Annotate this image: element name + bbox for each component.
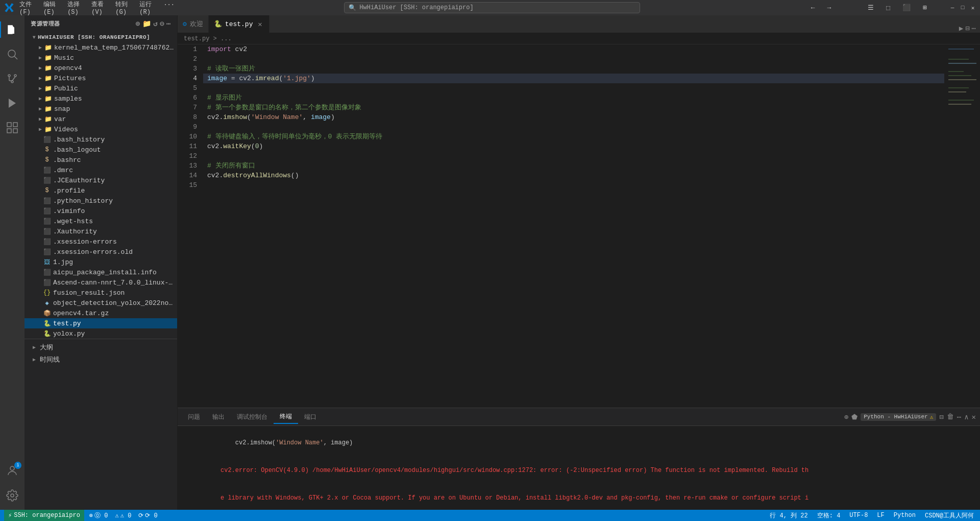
tab-close-button[interactable]: ✕: [256, 20, 264, 28]
maximize-button[interactable]: □: [960, 5, 966, 11]
tree-item-xsession-errors[interactable]: ⬛ .xsession-errors: [24, 236, 177, 247]
status-line-col[interactable]: 行 4, 列 22: [768, 511, 810, 520]
tree-item-aicpu[interactable]: ⬛ aicpu_package_install.info: [24, 267, 177, 277]
menu-select[interactable]: 选择(S): [64, 0, 87, 17]
tree-item-samples[interactable]: ▶ 📁 samples: [24, 93, 177, 104]
tree-item-wget-hsts[interactable]: ⬛ .wget-hsts: [24, 216, 177, 226]
line-num-10: 10: [178, 132, 197, 141]
status-language[interactable]: Python: [892, 512, 918, 519]
terminal-up-button[interactable]: ∧: [964, 413, 968, 421]
activity-search[interactable]: [0, 42, 24, 66]
tree-item-bash-logout[interactable]: $ .bash_logout: [24, 145, 177, 155]
tree-item-fusion-json[interactable]: {} fusion_result.json: [24, 288, 177, 298]
code-lines[interactable]: import cv2 # 读取一张图片 image = cv2.imread('…: [203, 44, 944, 408]
terminal-content[interactable]: cv2.imshow('Window Name', image) cv2.err…: [178, 426, 980, 510]
layout-editor-button[interactable]: ⬚: [882, 4, 894, 12]
tree-section-remote[interactable]: ▼ HWHIAIUSER [SSH: ORANGEPIAIPRO]: [24, 32, 177, 42]
tab-welcome[interactable]: ⚙ 欢迎: [178, 15, 209, 33]
status-spaces[interactable]: 空格: 4: [815, 511, 843, 520]
outline-section[interactable]: ▶ 大纲: [24, 341, 177, 353]
refresh-button[interactable]: ↺: [153, 19, 158, 28]
status-encoding[interactable]: UTF-8: [847, 512, 870, 519]
tree-item-viminfo[interactable]: ⬛ .viminfo: [24, 206, 177, 216]
tree-item-xsession-errors-old[interactable]: ⬛ .xsession-errors.old: [24, 247, 177, 257]
terminal-tab-output[interactable]: 输出: [206, 411, 231, 423]
menu-run[interactable]: 运行(R): [136, 0, 159, 17]
collapse-all-button[interactable]: ⊖: [160, 19, 164, 28]
terminal-tab-problems[interactable]: 问题: [182, 411, 206, 423]
run-button[interactable]: ▶: [959, 24, 963, 33]
terminal-close-button[interactable]: ✕: [972, 413, 976, 421]
timeline-section[interactable]: ▶ 时间线: [24, 353, 177, 366]
new-file-button[interactable]: ⊕: [136, 19, 140, 28]
activity-extensions[interactable]: [0, 115, 24, 140]
tree-item-opencv-tar[interactable]: 📦 opencv4.tar.gz: [24, 308, 177, 318]
layout-split-button[interactable]: ⊞: [919, 4, 931, 12]
status-errors[interactable]: ⊗ ⓪ 0: [87, 511, 110, 520]
status-remote[interactable]: ⚡ SSH: orangepiaipro: [4, 510, 84, 521]
status-sync[interactable]: ⟳ ⟳ 0: [136, 512, 159, 519]
terminal-layout-button[interactable]: ⊟: [939, 413, 943, 421]
activity-account[interactable]: 1: [0, 459, 24, 483]
tree-item-bashrc[interactable]: $ .bashrc: [24, 155, 177, 165]
files-icon: [6, 23, 18, 36]
activity-explorer[interactable]: [0, 17, 24, 42]
terminal-more-button[interactable]: ⋯: [957, 413, 961, 421]
tree-item-opencv4[interactable]: ▶ 📁 opencv4: [24, 63, 177, 73]
split-editor-button[interactable]: ⊟: [965, 24, 969, 33]
layout-panel-button[interactable]: ⬛: [898, 4, 915, 12]
timeline-label: 时间线: [40, 355, 60, 364]
tree-item-var[interactable]: ▶ 📁 var: [24, 114, 177, 124]
tree-item-profile[interactable]: $ .profile: [24, 185, 177, 196]
tree-item-onnx[interactable]: ◈ object_detection_yolox_2022nov.onnx: [24, 298, 177, 308]
more-tab-actions-button[interactable]: ⋯: [972, 24, 976, 33]
tree-item-public[interactable]: ▶ 📁 Public: [24, 83, 177, 93]
file-icon: ⬛: [43, 135, 51, 144]
terminal-trash-button[interactable]: 🗑: [947, 413, 954, 421]
tree-item-xauthority[interactable]: ⬛ .Xauthority: [24, 226, 177, 236]
tree-item-dmrc[interactable]: ⬛ .dmrc: [24, 165, 177, 175]
titlebar-search-bar[interactable]: 🔍 HwHiAiUser [SSH: orangepiaipro]: [344, 2, 640, 13]
more-actions-button[interactable]: ⋯: [166, 19, 171, 28]
chevron-right-icon: ▶: [37, 44, 44, 51]
terminal-tab-debug[interactable]: 调试控制台: [231, 411, 274, 423]
tree-item-music[interactable]: ▶ 📁 Music: [24, 53, 177, 63]
activity-run[interactable]: [0, 91, 24, 115]
terminal-tab-ports[interactable]: 端口: [298, 411, 323, 423]
close-button[interactable]: ✕: [970, 5, 976, 11]
tree-item-videos[interactable]: ▶ 📁 Videos: [24, 124, 177, 134]
tab-testpy[interactable]: 🐍 test.py ✕: [209, 15, 270, 33]
menu-more[interactable]: ...: [160, 0, 178, 17]
status-eol[interactable]: LF: [875, 512, 886, 519]
image-icon: 🖼: [43, 258, 51, 266]
activity-settings[interactable]: [0, 483, 24, 508]
tree-item-bash-history[interactable]: ⬛ .bash_history: [24, 134, 177, 145]
menu-view[interactable]: 查看(V): [88, 0, 111, 17]
status-warnings[interactable]: ⚠ ⚠ 0: [113, 512, 134, 519]
extensions-icon: [6, 122, 18, 134]
tree-item-pictures[interactable]: ▶ 📁 Pictures: [24, 73, 177, 83]
terminal-area: 问题 输出 调试控制台 终端 端口 ⊕ ⬟ Python - HwHiAiUse…: [178, 408, 980, 510]
nav-forward-button[interactable]: →: [823, 4, 836, 12]
menu-goto[interactable]: 转到(G): [112, 0, 135, 17]
tree-item-1jpg[interactable]: 🖼 1.jpg: [24, 257, 177, 267]
menu-edit[interactable]: 编辑(E): [40, 0, 63, 17]
tree-item-kernel-meta[interactable]: ▶ 📁 kernel_meta_temp_1750677487624856651…: [24, 42, 177, 53]
tree-item-testpy[interactable]: 🐍 test.py: [24, 318, 177, 328]
tree-item-ascend[interactable]: ⬛ Ascend-cann-nnrt_7.0.0_linux-aarch64.r…: [24, 277, 177, 288]
terminal-line-2: cv2.error: OpenCV(4.9.0) /home/HwHiAiUse…: [184, 457, 974, 484]
activity-source-control[interactable]: [0, 66, 24, 91]
terminal-tab-terminal[interactable]: 终端: [274, 410, 298, 424]
tree-item-jce[interactable]: ⬛ .JCEauthority: [24, 175, 177, 185]
minimize-button[interactable]: —: [949, 5, 955, 11]
nav-back-button[interactable]: ←: [807, 4, 819, 12]
tree-item-yolox[interactable]: 🐍 yolox.py: [24, 328, 177, 339]
layout-sidebar-button[interactable]: ☰: [864, 4, 878, 12]
chevron-right-icon: ▶: [37, 75, 44, 82]
add-terminal-button[interactable]: ⊕: [844, 413, 848, 421]
tree-item-python-history[interactable]: ⬛ .python_history: [24, 196, 177, 206]
terminal-split-button[interactable]: ⬟: [851, 413, 857, 421]
menu-file[interactable]: 文件(F): [16, 0, 39, 17]
tree-item-snap[interactable]: ▶ 📁 snap: [24, 104, 177, 114]
new-folder-button[interactable]: 📁: [142, 19, 152, 28]
